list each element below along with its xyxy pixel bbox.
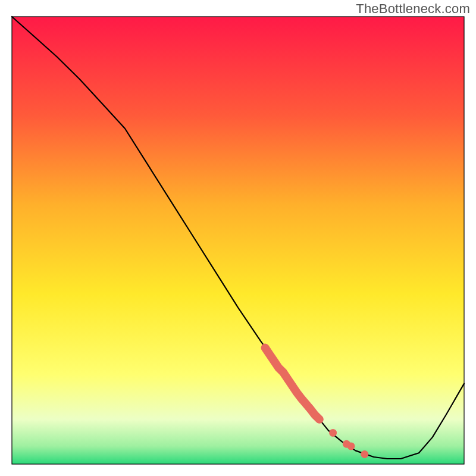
highlight-point <box>270 358 278 365</box>
highlight-point <box>347 442 355 450</box>
bottleneck-chart <box>0 0 476 476</box>
chart-container: TheBottleneck.com <box>0 0 476 476</box>
highlight-point <box>315 415 323 423</box>
plot-background <box>12 17 464 464</box>
highlight-point <box>266 350 274 358</box>
highlight-point <box>361 450 368 458</box>
highlight-point <box>289 382 296 390</box>
highlight-point <box>329 429 337 437</box>
highlight-point <box>284 375 292 383</box>
highlight-point <box>261 344 269 352</box>
highlight-point <box>280 368 287 376</box>
watermark-text: TheBottleneck.com <box>356 1 470 17</box>
